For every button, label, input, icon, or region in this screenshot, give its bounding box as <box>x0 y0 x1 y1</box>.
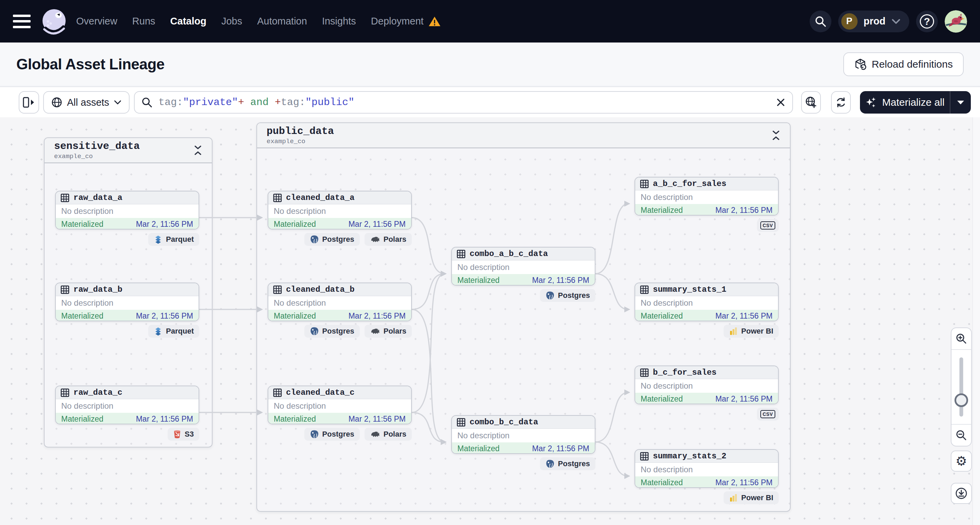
asset-node-b-c-for-sales[interactable]: b_c_for_sales No description Materialize… <box>635 366 779 404</box>
zoom-out-button[interactable] <box>951 425 971 446</box>
asset-name: a_b_c_for_sales <box>653 179 726 188</box>
chevron-down-icon <box>114 100 121 105</box>
materialized-timestamp: Mar 2, 11:56 PM <box>136 220 193 229</box>
filter-scope-button[interactable] <box>801 91 821 114</box>
nav-automation[interactable]: Automation <box>257 16 307 27</box>
asset-description: No description <box>268 204 411 218</box>
nav-catalog[interactable]: Catalog <box>170 16 207 27</box>
asset-description: No description <box>56 399 199 413</box>
toggle-sidebar-button[interactable] <box>19 91 39 114</box>
reload-definitions-button[interactable]: Reload definitions <box>843 52 964 76</box>
kind-badge-postgres[interactable]: Postgres <box>304 325 360 338</box>
graph-settings-button[interactable]: ⚙ <box>951 450 972 472</box>
page-title: Global Asset Lineage <box>16 56 165 73</box>
nav-deployment[interactable]: Deployment <box>371 16 424 27</box>
asset-description: No description <box>635 379 778 393</box>
nav-overview[interactable]: Overview <box>76 16 117 27</box>
kind-badge-s3[interactable]: S3 <box>168 428 199 441</box>
materialize-all-button[interactable]: Materialize all <box>860 91 971 114</box>
search-button[interactable] <box>810 11 831 32</box>
kind-badge-parquet[interactable]: Parquet <box>148 325 199 338</box>
materialize-options-button[interactable] <box>950 91 971 114</box>
asset-query-input[interactable]: tag:"private"+ and +tag:"public" <box>134 91 793 114</box>
materialized-timestamp: Mar 2, 11:56 PM <box>348 312 406 321</box>
asset-node-combo-a-b-c-data[interactable]: combo_a_b_c_data No description Material… <box>451 247 595 286</box>
kind-badge-polars[interactable]: Polars <box>364 233 412 246</box>
kind-badge-csv[interactable]: CSV <box>757 408 779 421</box>
kind-badge-power-bi[interactable]: Power BI <box>724 325 779 338</box>
group-header[interactable]: public_data example_co <box>257 123 790 148</box>
status-badge: Materialized <box>641 206 683 215</box>
table-icon <box>640 452 649 461</box>
status-badge: Materialized <box>274 415 316 424</box>
s3-icon <box>173 430 181 439</box>
status-badge: Materialized <box>61 312 103 321</box>
top-nav: Overview Runs Catalog Jobs Automation In… <box>0 0 980 43</box>
asset-node-a-b-c-for-sales[interactable]: a_b_c_for_sales No description Materiali… <box>635 177 779 216</box>
kind-badge-polars[interactable]: Polars <box>364 428 412 441</box>
zoom-slider[interactable] <box>951 350 971 424</box>
table-icon <box>640 180 649 188</box>
chevron-down-icon <box>892 19 900 24</box>
materialized-timestamp: Mar 2, 11:56 PM <box>716 395 773 404</box>
refresh-icon <box>835 96 847 108</box>
menu-icon[interactable] <box>13 14 30 28</box>
kind-badge-postgres[interactable]: Postgres <box>304 233 360 246</box>
kind-badge-postgres[interactable]: Postgres <box>540 289 595 302</box>
csv-icon: CSV <box>760 221 775 229</box>
asset-name: summary_stats_2 <box>653 452 726 461</box>
zoom-out-icon <box>956 430 967 441</box>
asset-description: No description <box>268 399 411 413</box>
kind-badge-polars[interactable]: Polars <box>364 325 412 338</box>
dagster-logo[interactable] <box>40 8 68 35</box>
polars-icon <box>370 235 380 243</box>
materialized-timestamp: Mar 2, 11:56 PM <box>716 206 773 215</box>
table-icon <box>640 368 649 377</box>
zoom-slider-track[interactable] <box>959 357 963 417</box>
asset-node-raw-data-c[interactable]: raw_data_c No description MaterializedMa… <box>55 386 199 424</box>
kind-badge-postgres[interactable]: Postgres <box>304 428 360 441</box>
canvas-scrollbar-track[interactable] <box>972 117 980 525</box>
asset-node-summary-stats-2[interactable]: summary_stats_2 No description Materiali… <box>635 449 779 488</box>
table-icon <box>60 194 69 202</box>
asset-node-combo-b-c-data[interactable]: combo_b_c_data No description Materializ… <box>451 415 595 454</box>
zoom-in-button[interactable] <box>951 328 971 349</box>
asset-node-cleaned-data-a[interactable]: cleaned_data_a No description Materializ… <box>267 191 412 229</box>
refresh-button[interactable] <box>831 91 851 114</box>
materialize-all-main[interactable]: Materialize all <box>860 97 950 108</box>
environment-name: prod <box>864 16 886 27</box>
kind-badge-postgres[interactable]: Postgres <box>540 457 595 470</box>
asset-name: summary_stats_1 <box>653 285 726 294</box>
asset-node-summary-stats-1[interactable]: summary_stats_1 No description Materiali… <box>635 283 779 321</box>
zoom-slider-handle[interactable] <box>955 393 968 407</box>
nav-jobs[interactable]: Jobs <box>221 16 242 27</box>
clear-query-button[interactable] <box>776 98 786 107</box>
collapse-group-icon[interactable] <box>194 145 202 155</box>
asset-name: combo_b_c_data <box>469 418 538 427</box>
status-badge: Materialized <box>457 276 500 285</box>
parquet-icon <box>154 327 162 336</box>
help-button[interactable]: ? <box>916 11 938 32</box>
group-header[interactable]: sensitive_data example_co <box>45 138 212 163</box>
user-avatar[interactable] <box>945 10 967 33</box>
kind-badge-csv[interactable]: CSV <box>757 219 779 232</box>
asset-node-cleaned-data-b[interactable]: cleaned_data_b No description Materializ… <box>267 283 412 321</box>
asset-description: No description <box>56 296 199 310</box>
download-graph-button[interactable] <box>951 483 972 504</box>
asset-name: raw_data_b <box>73 285 123 294</box>
asset-node-cleaned-data-c[interactable]: cleaned_data_c No description Materializ… <box>267 386 412 424</box>
kind-badge-parquet[interactable]: Parquet <box>148 233 199 246</box>
postgres-icon <box>310 327 319 336</box>
warning-icon[interactable] <box>428 16 441 27</box>
collapse-group-icon[interactable] <box>772 130 780 140</box>
status-badge: Materialized <box>274 312 316 321</box>
nav-runs[interactable]: Runs <box>132 16 155 27</box>
kind-badge-power-bi[interactable]: Power BI <box>724 492 779 504</box>
polars-icon <box>370 430 380 438</box>
environment-switcher[interactable]: P prod <box>838 11 909 32</box>
asset-node-raw-data-b[interactable]: raw_data_b No description MaterializedMa… <box>55 283 199 321</box>
asset-scope-dropdown[interactable]: All assets <box>43 91 130 114</box>
nav-insights[interactable]: Insights <box>322 16 356 27</box>
asset-description: No description <box>452 429 595 442</box>
asset-node-raw-data-a[interactable]: raw_data_a No description MaterializedMa… <box>55 191 199 229</box>
